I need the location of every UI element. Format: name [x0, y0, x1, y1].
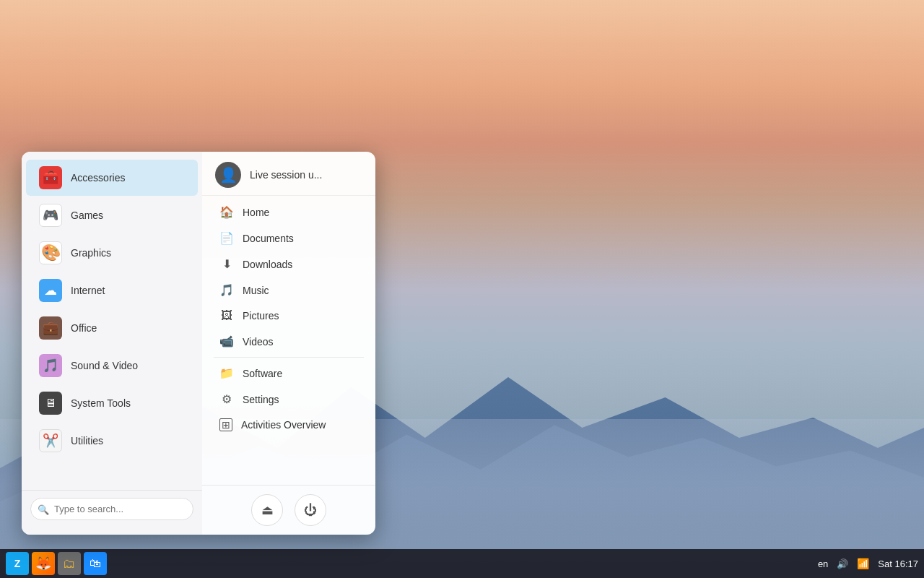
volume-icon: 🔊 [837, 558, 848, 569]
category-system-tools[interactable]: 🖥 System Tools [26, 385, 198, 421]
system-tools-icon: 🖥 [39, 392, 62, 415]
videos-icon: 📹 [219, 335, 234, 348]
files-icon: 🗂 [63, 556, 76, 571]
clock[interactable]: Sat 16:17 [878, 558, 918, 569]
category-games-label: Games [71, 210, 103, 221]
search-section: 🔍 [22, 490, 202, 527]
home-label: Home [243, 207, 269, 218]
category-office-label: Office [71, 322, 97, 334]
settings-icon: ⚙ [219, 392, 234, 406]
downloads-icon: ⬇ [219, 257, 234, 271]
software-label: Software [243, 368, 282, 379]
divider-1 [214, 357, 364, 358]
documents-label: Documents [243, 233, 294, 244]
downloads-label: Downloads [243, 259, 292, 270]
avatar: 👤 [215, 162, 241, 188]
logout-icon: ⏏ [261, 502, 274, 518]
zorin-menu-button[interactable]: Z [6, 552, 29, 575]
category-accessories[interactable]: 🧰 Accessories [26, 160, 198, 196]
avatar-icon: 👤 [219, 166, 237, 184]
taskbar-right: en 🔊 📶 Sat 16:17 [818, 558, 918, 569]
category-panel: 🧰 Accessories 🎮 Games 🎨 Graphics ☁ Inter… [22, 152, 202, 535]
sound-video-icon: 🎵 [39, 354, 62, 377]
right-item-home[interactable]: 🏠 Home [206, 199, 371, 225]
right-item-downloads[interactable]: ⬇ Downloads [206, 251, 371, 277]
internet-icon: ☁ [39, 279, 62, 302]
category-office[interactable]: 💼 Office [26, 310, 198, 346]
right-item-videos[interactable]: 📹 Videos [206, 329, 371, 354]
category-sound-video[interactable]: 🎵 Sound & Video [26, 348, 198, 384]
search-icon: 🔍 [38, 504, 49, 514]
category-graphics[interactable]: 🎨 Graphics [26, 235, 198, 271]
category-graphics-label: Graphics [71, 247, 111, 259]
category-system-tools-label: System Tools [71, 397, 131, 409]
taskbar: Z 🦊 🗂 🛍 en 🔊 📶 Sat 16:17 [0, 549, 924, 578]
utilities-icon: ✂️ [39, 429, 62, 452]
pictures-label: Pictures [243, 310, 279, 322]
right-item-documents[interactable]: 📄 Documents [206, 225, 371, 251]
accessories-icon: 🧰 [39, 166, 62, 189]
right-panel: 👤 Live session u... 🏠 Home 📄 Documents ⬇… [202, 152, 375, 535]
software-center-button[interactable]: 🛍 [84, 552, 107, 575]
office-icon: 💼 [39, 316, 62, 340]
files-button[interactable]: 🗂 [58, 552, 81, 575]
category-internet-label: Internet [71, 285, 105, 296]
games-icon: 🎮 [39, 204, 62, 227]
right-item-music[interactable]: 🎵 Music [206, 277, 371, 303]
taskbar-apps: Z 🦊 🗂 🛍 [6, 552, 107, 575]
documents-icon: 📄 [219, 231, 234, 245]
user-name: Live session u... [250, 169, 322, 181]
software-center-icon: 🛍 [90, 557, 101, 570]
logout-button[interactable]: ⏏ [251, 494, 283, 526]
software-icon: 📁 [219, 366, 234, 380]
pictures-icon: 🖼 [219, 309, 234, 322]
category-sound-video-label: Sound & Video [71, 360, 138, 371]
power-icon: ⏻ [304, 503, 317, 518]
videos-label: Videos [243, 336, 274, 348]
search-wrapper: 🔍 [30, 498, 193, 520]
search-input[interactable] [30, 498, 193, 520]
language-indicator[interactable]: en [818, 558, 828, 569]
activities-icon: ⊞ [219, 418, 232, 431]
category-utilities[interactable]: ✂️ Utilities [26, 423, 198, 459]
music-icon: 🎵 [219, 283, 234, 297]
category-internet[interactable]: ☁ Internet [26, 272, 198, 309]
firefox-button[interactable]: 🦊 [32, 552, 55, 575]
right-item-pictures[interactable]: 🖼 Pictures [206, 303, 371, 328]
settings-label: Settings [243, 394, 279, 405]
category-utilities-label: Utilities [71, 435, 103, 447]
right-item-settings[interactable]: ⚙ Settings [206, 387, 371, 412]
right-items-list: 🏠 Home 📄 Documents ⬇ Downloads 🎵 Music 🖼… [202, 196, 375, 485]
graphics-icon: 🎨 [39, 241, 62, 264]
language-label: en [818, 558, 828, 569]
right-item-activities[interactable]: ⊞ Activities Overview [206, 413, 371, 437]
user-section: 👤 Live session u... [202, 152, 375, 196]
application-menu: 🧰 Accessories 🎮 Games 🎨 Graphics ☁ Inter… [22, 152, 375, 535]
network-indicator[interactable]: 📶 [857, 558, 869, 569]
home-icon: 🏠 [219, 205, 234, 219]
activities-label: Activities Overview [241, 419, 326, 431]
zorin-icon: Z [14, 558, 21, 569]
bottom-buttons: ⏏ ⏻ [202, 485, 375, 535]
datetime-label: Sat 16:17 [878, 558, 918, 569]
category-games[interactable]: 🎮 Games [26, 197, 198, 233]
volume-control[interactable]: 🔊 [837, 558, 848, 569]
right-item-software[interactable]: 📁 Software [206, 361, 371, 386]
power-button[interactable]: ⏻ [295, 494, 326, 526]
network-icon: 📶 [857, 558, 869, 569]
firefox-icon: 🦊 [35, 556, 51, 571]
music-label: Music [243, 285, 269, 296]
category-accessories-label: Accessories [71, 172, 125, 184]
